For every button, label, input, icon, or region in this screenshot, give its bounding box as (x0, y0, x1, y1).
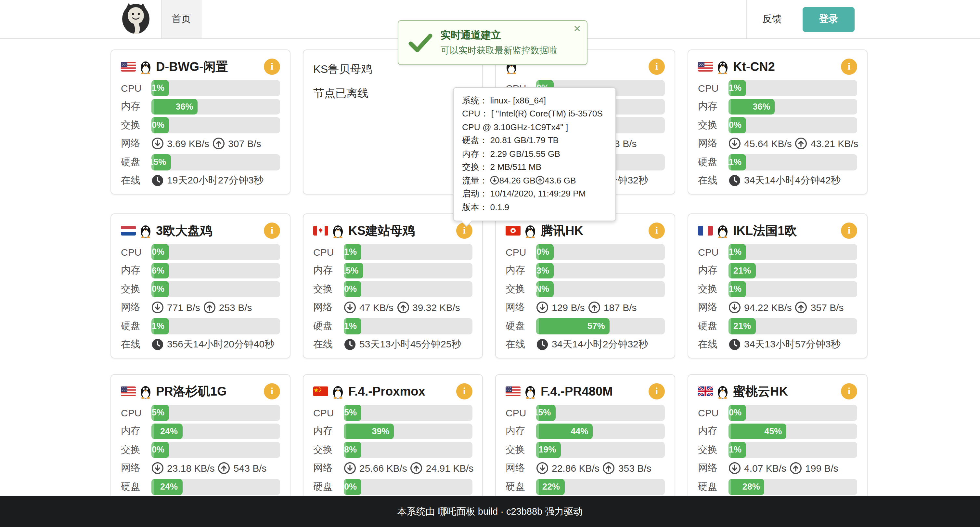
tab-home[interactable]: 首页 (161, 0, 202, 38)
server-name: Kt-CN2 (733, 59, 775, 74)
stat-row-mem: 内存3% (506, 262, 665, 278)
toast-message: 可以实时获取最新监控数据啦 (441, 45, 557, 57)
stat-row-cpu: CPU5% (313, 405, 473, 421)
disk-percent: 1% (152, 321, 164, 331)
net-down-value: 771 B/s (167, 302, 200, 313)
flag-icon-us (698, 62, 713, 72)
disk-progress-bar: 28% (729, 479, 857, 495)
swap-progress-bar: 0% (151, 442, 280, 458)
stat-label: 在线 (121, 339, 151, 351)
card-head: 蜜桃云HKi (698, 383, 857, 400)
stat-label: 硬盘 (698, 320, 729, 332)
stat-label: 内存 (121, 265, 151, 277)
upload-arrow-icon (795, 302, 807, 314)
stat-row-mem: 内存39% (313, 423, 473, 439)
net-down-value: 25.66 KB/s (360, 463, 407, 474)
tooltip-value: 2 MB/511 MB (490, 162, 541, 172)
server-name: D-BWG-闲置 (156, 58, 228, 75)
disk-progress-bar: 21% (729, 318, 857, 334)
stat-row-net: 网络45.64 KB/s43.21 KB/s (698, 136, 857, 152)
toast-body: 实时通道建立 可以实时获取最新监控数据啦 (441, 29, 557, 57)
stat-row-swap: 交换0% (698, 117, 857, 133)
tooltip-value: 2.29 GB/15.55 GB (490, 149, 560, 159)
stat-row-mem: 内存36% (698, 99, 857, 115)
tooltip-row: CPU： [ "Intel(R) Core(TM) i5-3570S CPU @… (462, 108, 607, 134)
swap-percent: NaN% (536, 284, 549, 294)
stat-label: 交换 (698, 444, 729, 456)
feedback-link[interactable]: 反馈 (746, 0, 797, 38)
info-icon[interactable]: i (264, 59, 280, 75)
stat-label: 交换 (506, 283, 536, 295)
stat-row-net: 网络23.18 KB/s543 B/s (121, 460, 280, 476)
login-button[interactable]: 登录 (803, 7, 854, 32)
info-icon[interactable]: i (841, 59, 857, 75)
stat-label: 内存 (506, 265, 536, 277)
stat-label: CPU (698, 83, 729, 94)
site-logo[interactable] (110, 0, 161, 38)
cpu-percent: 0% (152, 247, 164, 257)
server-card: D-BWG-闲置iCPU1%内存36%交换0%网络3.69 KB/s307 B/… (110, 50, 291, 195)
mem-progress-bar: 45% (729, 423, 857, 439)
disk-percent: 21% (733, 321, 751, 331)
net-up-value: 24.91 KB/s (426, 463, 474, 474)
disk-progress-bar: 24% (151, 479, 280, 495)
card-head: PR洛杉矶1Gi (121, 383, 280, 400)
stat-row-uptime: 在线53天13小时45分钟25秒 (313, 337, 473, 353)
flag-icon-cn (313, 386, 328, 396)
info-icon[interactable]: i (456, 383, 473, 399)
info-icon[interactable]: i (649, 222, 665, 239)
info-icon[interactable]: i (841, 222, 857, 239)
net-value: 23.18 KB/s543 B/s (151, 462, 267, 474)
net-up-value: 199 B/s (805, 463, 838, 474)
nezha-dashboard: 首页 反馈 登录 D-BWG-闲置iCPU1%内存36%交换0%网络3.69 K… (0, 0, 980, 527)
swap-percent: 8% (344, 445, 357, 455)
stat-label: 内存 (698, 101, 729, 113)
offline-message: 节点已离线 (313, 86, 473, 101)
info-icon[interactable]: i (264, 222, 280, 239)
uptime-value: 34天14小时4分钟42秒 (744, 175, 841, 187)
uptime-value: 34天14小时4分钟42秒 (729, 175, 841, 187)
net-up-value: 43.21 KB/s (811, 138, 859, 149)
stat-row-swap: 交换19% (506, 442, 665, 458)
stat-row-disk: 硬盘24% (121, 479, 280, 495)
stat-label: 网络 (698, 137, 729, 150)
cpu-progress-bar: 0% (729, 405, 857, 421)
cpu-percent: 1% (729, 247, 741, 257)
stat-label: 交换 (698, 119, 729, 131)
stat-label: 网络 (121, 137, 151, 150)
clock-icon (536, 339, 549, 351)
flag-icon-hk (506, 226, 520, 236)
stat-row-swap: 交换0% (313, 281, 473, 297)
feedback-label: 反馈 (762, 13, 782, 26)
info-icon[interactable]: i (649, 383, 665, 399)
info-icon[interactable]: i (456, 222, 473, 239)
mem-percent: 24% (160, 426, 178, 436)
download-arrow-icon (344, 302, 356, 314)
stat-label: 网络 (313, 462, 344, 474)
stat-row-net: 网络4.07 KB/s199 B/s (698, 460, 857, 476)
disk-progress-bar: 11% (729, 154, 857, 170)
disk-percent: 57% (587, 321, 605, 331)
tab-home-label: 首页 (172, 13, 191, 26)
stat-row-uptime: 在线34天14小时2分钟32秒 (506, 337, 665, 353)
info-icon[interactable]: i (649, 59, 665, 75)
server-card: 腾讯HKiCPU0%内存3%交换NaN%网络129 B/s187 B/s硬盘57… (495, 213, 675, 358)
stat-label: CPU (121, 247, 151, 258)
net-down-value: 45.64 KB/s (744, 138, 792, 149)
stat-row-uptime: 在线356天14小时20分钟40秒 (121, 337, 280, 353)
net-value: 25.66 KB/s24.91 KB/s (344, 462, 474, 474)
net-value: 4.07 KB/s199 B/s (729, 462, 838, 474)
cpu-percent: 0% (729, 408, 741, 418)
swap-percent: 1% (729, 284, 741, 294)
mem-percent: 36% (752, 102, 770, 112)
main-menu: 首页 (110, 0, 202, 38)
close-icon[interactable]: ✕ (574, 24, 581, 33)
download-arrow-icon (490, 175, 499, 184)
stat-label: 硬盘 (506, 320, 536, 332)
linux-tux-icon (717, 59, 729, 74)
server-name: F.4.-PR480M (541, 384, 613, 399)
footer: 本系统由 哪吒面板 build · c23b88b 强力驱动 (0, 496, 980, 527)
stat-label: 内存 (698, 265, 729, 277)
info-icon[interactable]: i (264, 383, 280, 399)
info-icon[interactable]: i (841, 383, 857, 399)
